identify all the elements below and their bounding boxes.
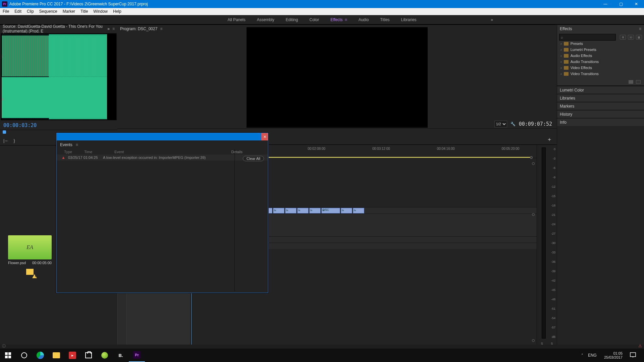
- source-monitor[interactable]: L R: [1, 33, 117, 120]
- ws-all-panels[interactable]: All Panels: [227, 17, 245, 22]
- src-mark-in-icon[interactable]: |←: [3, 138, 9, 143]
- taskbar-premiere[interactable]: Pr: [129, 349, 145, 362]
- ws-effects[interactable]: Effects≡: [330, 17, 347, 22]
- button-editor-icon[interactable]: ＋: [547, 136, 552, 143]
- source-panel-menu-icon[interactable]: ≡: [112, 26, 115, 31]
- menu-title[interactable]: Title: [78, 8, 91, 15]
- eff-folder-lumetri-presets[interactable]: Lumetri Presets: [559, 47, 642, 53]
- source-channel-l: L: [2, 54, 4, 58]
- eff-folder-audio-transitions[interactable]: Audio Transitions: [559, 59, 642, 65]
- src-mark-out-icon[interactable]: }: [13, 138, 15, 143]
- events-splitter[interactable]: [234, 149, 235, 291]
- ws-libraries[interactable]: Libraries: [401, 17, 417, 22]
- show-desktop-button[interactable]: [641, 349, 643, 362]
- taskbar-app-b[interactable]: B.: [113, 349, 129, 362]
- clip-v-11[interactable]: fx: [341, 208, 352, 214]
- ws-titles[interactable]: Titles: [380, 17, 389, 22]
- effects-panel-title[interactable]: Effects ≡: [557, 24, 644, 33]
- clip-v-12[interactable]: fx: [353, 208, 364, 214]
- program-monitor[interactable]: [117, 33, 557, 120]
- menu-file[interactable]: File: [0, 8, 12, 15]
- eff-folder-presets[interactable]: Presets: [559, 41, 642, 47]
- menu-window[interactable]: Window: [91, 8, 110, 15]
- eff-folder-audio-effects[interactable]: Audio Effects: [559, 53, 642, 59]
- menu-help[interactable]: Help: [110, 8, 124, 15]
- yuv-badge-icon[interactable]: ▦: [636, 35, 642, 40]
- menu-sequence[interactable]: Sequence: [37, 8, 60, 15]
- effects-search-input[interactable]: [565, 35, 614, 39]
- source-panel-title[interactable]: Source: DavidGuetta-David Guetta - This …: [0, 24, 117, 33]
- events-panel-menu-icon[interactable]: ≡: [76, 142, 78, 147]
- svg-rect-5: [630, 353, 636, 357]
- clip-v-8[interactable]: fx: [297, 208, 309, 214]
- accel-badge-icon[interactable]: ⊞: [620, 35, 626, 40]
- program-timecode[interactable]: 00:09:07:52: [519, 121, 552, 127]
- tray-notifications-icon[interactable]: [630, 352, 636, 359]
- minimize-button[interactable]: —: [598, 0, 613, 8]
- tl-v-scroll-top[interactable]: [532, 162, 535, 165]
- 32bit-badge-icon[interactable]: 32: [628, 35, 634, 40]
- menu-clip[interactable]: Clip: [24, 8, 37, 15]
- clip-v-7[interactable]: fx: [285, 208, 297, 214]
- folder-icon: [53, 352, 60, 358]
- history-panel-title[interactable]: History: [557, 110, 644, 118]
- menu-edit[interactable]: Edit: [12, 8, 24, 15]
- events-col-time[interactable]: Time: [84, 150, 114, 154]
- events-close-button[interactable]: ✕: [261, 133, 268, 140]
- events-row-1[interactable]: ▲ 03/25/17 01:04:25 A low-level exceptio…: [57, 155, 268, 161]
- cortana-button[interactable]: [16, 349, 32, 362]
- program-zoom-select[interactable]: 1/2: [494, 121, 507, 127]
- delete-icon[interactable]: [636, 80, 641, 84]
- taskbar-store[interactable]: [80, 349, 97, 362]
- events-tab[interactable]: Events: [60, 142, 72, 147]
- events-clear-all-button[interactable]: Clear All: [243, 156, 264, 161]
- tray-clock[interactable]: 01:05 25/03/2017: [601, 351, 625, 359]
- work-area-end-handle[interactable]: [530, 156, 533, 159]
- source-playhead-icon[interactable]: [3, 130, 6, 134]
- tray-lang[interactable]: ENG: [588, 353, 597, 358]
- events-col-details[interactable]: Details: [231, 150, 243, 154]
- taskbar-explorer[interactable]: [48, 349, 64, 362]
- info-panel-title[interactable]: Info: [557, 118, 644, 126]
- effects-search[interactable]: ⌕: [559, 34, 616, 41]
- start-button[interactable]: [0, 349, 16, 362]
- source-timecode[interactable]: 00:00:03:20: [3, 122, 37, 128]
- folder-icon: [564, 54, 569, 58]
- libraries-panel-title[interactable]: Libraries: [557, 94, 644, 102]
- bin-item-flower[interactable]: EA Flower.psd 00:00:05:00: [8, 235, 52, 265]
- close-button[interactable]: ✕: [629, 0, 644, 8]
- ws-overflow-button[interactable]: »: [491, 17, 493, 22]
- events-titlebar[interactable]: ✕: [57, 133, 268, 140]
- maximize-button[interactable]: ▢: [613, 0, 629, 8]
- effects-panel-menu-icon[interactable]: ≡: [639, 26, 641, 31]
- clip-v-6[interactable]: fx: [273, 208, 284, 214]
- taskbar-app-red[interactable]: ▸: [64, 349, 80, 362]
- menu-marker[interactable]: Marker: [60, 8, 78, 15]
- ws-audio[interactable]: Audio: [359, 17, 369, 22]
- eff-folder-video-transitions[interactable]: Video Transitions: [559, 71, 642, 77]
- tl-v-scroll-split[interactable]: [532, 213, 535, 216]
- clip-v-9[interactable]: fx: [309, 208, 321, 214]
- taskbar-app-green[interactable]: [97, 349, 113, 362]
- bin-item-missing[interactable]: !: [26, 269, 36, 277]
- taskbar-edge[interactable]: [32, 349, 48, 362]
- meter-bar: [542, 147, 546, 339]
- status-info-icon[interactable]: ⓘ: [2, 344, 6, 349]
- ws-effects-menu-icon[interactable]: ≡: [345, 17, 347, 22]
- markers-panel-title[interactable]: Markers: [557, 102, 644, 110]
- source-overflow-icon[interactable]: »: [107, 26, 110, 31]
- status-warning-icon[interactable]: ⚠: [638, 344, 642, 348]
- events-window[interactable]: ✕ Events ≡ Type Time Event Details ▲ 03/…: [56, 133, 268, 293]
- events-col-type[interactable]: Type: [64, 150, 84, 154]
- ws-color[interactable]: Color: [309, 17, 319, 22]
- tl-v-scroll-bottom[interactable]: [532, 339, 535, 342]
- eff-folder-video-effects[interactable]: Video Effects: [559, 65, 642, 71]
- clip-v-10[interactable]: fxDSC: [321, 208, 340, 214]
- ws-assembly[interactable]: Assembly: [257, 17, 274, 22]
- settings-wrench-icon[interactable]: 🔧: [511, 122, 516, 126]
- program-panel-menu-icon[interactable]: ≡: [160, 26, 162, 31]
- new-bin-icon[interactable]: [629, 80, 633, 84]
- lumetri-panel-title[interactable]: Lumetri Color: [557, 86, 644, 94]
- ws-editing[interactable]: Editing: [286, 17, 298, 22]
- tray-overflow-icon[interactable]: ˄: [581, 353, 583, 358]
